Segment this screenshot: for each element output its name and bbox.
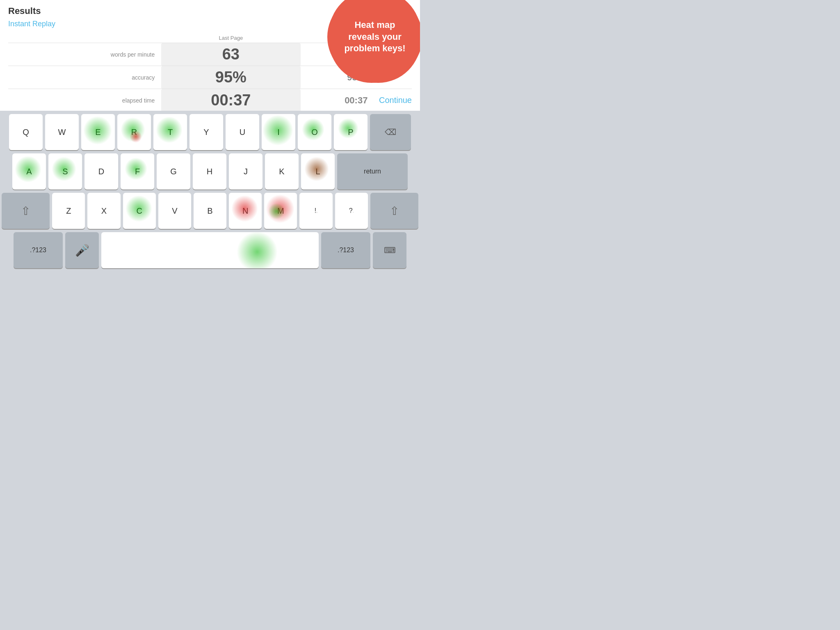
key-L[interactable]: L <box>301 153 335 189</box>
continue-button[interactable]: Continue <box>379 96 412 105</box>
stat-label: elapsed time <box>8 89 161 112</box>
key-F[interactable]: F <box>121 153 154 189</box>
results-panel: Results Instant Replay Last Page Lesson … <box>0 0 420 111</box>
key-B[interactable]: B <box>194 193 226 229</box>
key-A[interactable]: A <box>12 153 46 189</box>
label-col-header <box>8 35 161 43</box>
stat-last-page-value: 00:37 <box>161 89 300 112</box>
keyboard-row-4: .?123 🎤 .?123 ⌨ <box>2 232 418 268</box>
key-D[interactable]: D <box>84 153 118 189</box>
key-N[interactable]: N <box>229 193 262 229</box>
shift-left-icon: ⇧ <box>21 204 30 218</box>
key-I[interactable]: I <box>262 114 295 150</box>
mic-icon: 🎤 <box>75 244 89 257</box>
key-Z[interactable]: Z <box>52 193 85 229</box>
key-symbol-right[interactable]: .?123 <box>321 232 370 268</box>
key-P[interactable]: P <box>334 114 368 150</box>
key-return[interactable]: return <box>337 153 408 189</box>
keyboard-row-3: ⇧ Z X C V B N M !, ?. ⇧ <box>2 193 418 229</box>
stat-label: words per minute <box>8 43 161 66</box>
key-U[interactable]: U <box>226 114 259 150</box>
key-M[interactable]: M <box>264 193 297 229</box>
delete-icon: ⌫ <box>385 127 396 137</box>
key-T[interactable]: T <box>153 114 187 150</box>
stat-last-page-value: 63 <box>161 43 300 66</box>
key-X[interactable]: X <box>87 193 120 229</box>
stat-last-page-value: 95% <box>161 66 300 89</box>
key-delete[interactable]: ⌫ <box>370 114 411 150</box>
key-J[interactable]: J <box>229 153 262 189</box>
key-K[interactable]: K <box>265 153 299 189</box>
key-H[interactable]: H <box>193 153 226 189</box>
key-space[interactable] <box>101 232 319 268</box>
key-symbol-left[interactable]: .?123 <box>14 232 63 268</box>
instant-replay-link[interactable]: Instant Replay <box>8 20 55 28</box>
key-O[interactable]: O <box>298 114 331 150</box>
key-exclamation[interactable]: !, <box>299 193 332 229</box>
key-S[interactable]: S <box>48 153 82 189</box>
key-W[interactable]: W <box>45 114 79 150</box>
keyboard-area: Q W E R T Y U I O P ⌫ <box>0 111 420 315</box>
key-shift-left[interactable]: ⇧ <box>2 193 50 229</box>
key-V[interactable]: V <box>158 193 191 229</box>
key-Q[interactable]: Q <box>9 114 43 150</box>
key-question[interactable]: ?. <box>335 193 368 229</box>
keyboard-icon: ⌨ <box>384 245 396 255</box>
key-R[interactable]: R <box>117 114 151 150</box>
key-shift-right[interactable]: ⇧ <box>370 193 418 229</box>
keyboard-row-1: Q W E R T Y U I O P ⌫ <box>2 114 418 150</box>
key-mic[interactable]: 🎤 <box>65 232 99 268</box>
stats-row: elapsed time00:3700:37 <box>8 89 412 112</box>
key-C[interactable]: C <box>123 193 156 229</box>
last-page-col-header: Last Page <box>161 35 300 43</box>
shift-right-icon: ⇧ <box>390 204 399 218</box>
stat-label: accuracy <box>8 66 161 89</box>
key-G[interactable]: G <box>157 153 190 189</box>
key-E[interactable]: E <box>81 114 115 150</box>
key-Y[interactable]: Y <box>189 114 223 150</box>
keyboard-row-2: A S D F G H J K L return <box>2 153 418 189</box>
key-keyboard[interactable]: ⌨ <box>373 232 406 268</box>
